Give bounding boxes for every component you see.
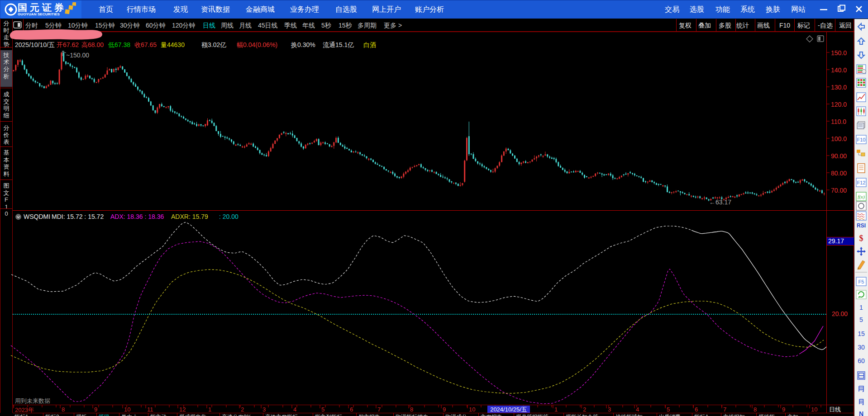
svg-text:F12: F12 <box>857 180 866 185</box>
svg-text:5: 5 <box>859 316 863 323</box>
svg-text:f(x): f(x) <box>858 194 865 200</box>
svg-text:60: 60 <box>858 357 865 364</box>
svg-text:F10: F10 <box>857 137 866 142</box>
svg-text:15: 15 <box>858 330 865 337</box>
svg-text:$: $ <box>859 234 863 243</box>
svg-text:30: 30 <box>858 344 865 351</box>
svg-text:N: N <box>859 410 863 416</box>
svg-text:1: 1 <box>859 304 863 311</box>
svg-text:RSI: RSI <box>857 222 866 229</box>
svg-text:F5: F5 <box>858 279 864 284</box>
